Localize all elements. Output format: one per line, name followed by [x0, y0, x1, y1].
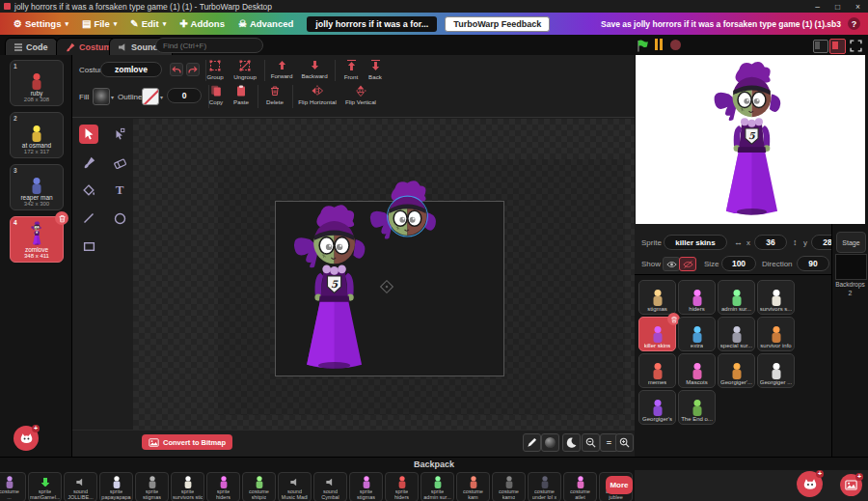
menu-settings[interactable]: ⚙ Settings ▾ — [14, 18, 68, 29]
project-name-box[interactable]: jolly horrors if it was a for... — [307, 16, 437, 32]
direction-input[interactable] — [797, 256, 829, 271]
sprite-tile[interactable]: killer skins — [638, 317, 676, 351]
circle-tool[interactable] — [110, 209, 129, 228]
large-stage-button[interactable] — [829, 39, 846, 54]
size-input[interactable] — [721, 256, 756, 271]
menu-edit[interactable]: ✎ Edit ▾ — [130, 18, 166, 29]
pen-mode-button[interactable] — [523, 433, 541, 452]
fill-tool[interactable] — [79, 181, 98, 200]
backpack-more-button[interactable]: More — [606, 476, 633, 494]
rectangle-tool[interactable] — [79, 237, 98, 256]
fullscreen-icon[interactable] — [850, 39, 862, 51]
costume-item-at-osmand[interactable]: 2 at osmand 172 x 317 — [10, 112, 64, 158]
backpack-item[interactable]: sprite papayapapa — [99, 472, 133, 501]
backpack-item[interactable]: costume atlet — [563, 472, 597, 501]
sprite-tile[interactable]: The End o... — [678, 390, 716, 425]
backpack-item[interactable]: sprite mariGamel... — [28, 472, 62, 501]
menu-advanced[interactable]: ☠ Advanced — [238, 18, 293, 29]
sprite-tile[interactable]: admin sur... — [718, 280, 755, 315]
stage-sprite-witch[interactable] — [706, 60, 795, 224]
backpack-item[interactable]: sound Music Madl — [278, 472, 312, 501]
outline-swatch[interactable]: ▾ — [142, 88, 163, 105]
sprite-tile[interactable]: survivors s... — [757, 280, 795, 315]
paint-canvas[interactable] — [133, 119, 635, 430]
delete-costume-button[interactable] — [55, 211, 68, 225]
sprite-tile[interactable]: stigmas — [638, 280, 676, 315]
minimize-button[interactable]: – — [815, 2, 820, 12]
save-link[interactable]: Save as jolly horrors if it was a forsak… — [601, 19, 841, 29]
find-input[interactable] — [155, 38, 263, 53]
sprite-tile[interactable]: memes — [638, 353, 676, 388]
backpack-header[interactable]: Backpack — [0, 457, 868, 470]
backpack-item[interactable]: sound JOLLIBE... — [64, 472, 97, 501]
menu-addons[interactable]: ✚ Addons — [179, 18, 225, 29]
costume-item-zomlove[interactable]: 4 zomlove 348 x 411 — [10, 216, 64, 263]
backpack-item[interactable]: sprite hiders — [385, 472, 419, 501]
stage-preview[interactable] — [636, 55, 865, 224]
reshape-tool[interactable] — [110, 125, 129, 144]
show-visible-button[interactable] — [663, 257, 680, 271]
costume-item-reaper-man[interactable]: 3 reaper man 342 x 300 — [10, 164, 64, 210]
convert-to-bitmap-button[interactable]: Convert to Bitmap — [142, 434, 232, 450]
stage-button[interactable]: Stage — [836, 232, 866, 253]
onion-skin-button[interactable] — [562, 433, 581, 452]
costume-name-input[interactable] — [100, 62, 162, 77]
add-sprite-button[interactable]: + — [797, 471, 823, 497]
backpack-item[interactable]: sprite survivors stic — [171, 472, 204, 501]
flip-horizontal-button[interactable]: Flip Horizontal — [295, 85, 339, 105]
undo-button[interactable] — [170, 63, 183, 76]
backpack-item[interactable]: costume kamo — [492, 472, 526, 501]
flip-vertical-button[interactable]: Flip Vertical — [341, 85, 380, 105]
pause-button[interactable] — [655, 39, 665, 50]
add-extension-button[interactable]: + — [14, 426, 39, 451]
front-button[interactable]: Front — [339, 60, 363, 80]
copy-button[interactable]: Copy — [204, 85, 228, 105]
brush-tool[interactable] — [79, 153, 98, 172]
sprite-tile[interactable]: special sur... — [718, 317, 755, 351]
line-tool[interactable] — [79, 209, 98, 228]
backpack-item[interactable]: sprite stigmas — [135, 472, 169, 501]
sprite-name-input[interactable] — [664, 235, 727, 250]
sprite-tile[interactable]: extra — [678, 317, 716, 351]
costume-item-ruby[interactable]: 1 ruby 208 x 308 — [10, 60, 64, 106]
group-button[interactable]: Group — [203, 60, 228, 80]
backpack-item[interactable]: sprite stigmas — [349, 472, 383, 501]
small-stage-button[interactable] — [813, 40, 828, 53]
menu-file[interactable]: ▤ File ▾ — [82, 18, 117, 29]
zoom-in-button[interactable] — [615, 433, 634, 452]
backpack-item[interactable]: sprite admin sur... — [420, 472, 454, 501]
select-tool[interactable] — [79, 125, 98, 144]
outline-width-input[interactable] — [167, 88, 202, 103]
sprite-tile[interactable]: Georgiger'... — [718, 353, 755, 388]
delete-button[interactable]: Delete — [261, 85, 288, 105]
redo-button[interactable] — [186, 63, 200, 76]
feedback-button[interactable]: TurboWarp Feedback — [445, 16, 550, 32]
maximize-button[interactable]: □ — [835, 2, 840, 12]
backpack-item[interactable]: sound Cymbal — [313, 472, 347, 501]
help-button[interactable]: ? — [848, 17, 860, 30]
backpack-item[interactable]: sprite hiders — [206, 472, 240, 501]
close-button[interactable]: × — [855, 2, 860, 12]
green-flag-button[interactable] — [637, 39, 649, 51]
sphere-mode-button[interactable] — [541, 433, 559, 452]
zombie-witch-head-selected[interactable] — [364, 179, 448, 257]
sprite-tile[interactable]: Georgiger ... — [757, 353, 795, 388]
fill-swatch[interactable]: ▾ — [93, 88, 114, 105]
stop-button[interactable] — [670, 40, 681, 50]
backward-button[interactable]: Backward — [298, 60, 331, 79]
tab-code[interactable]: Code — [5, 38, 58, 56]
sprite-tile[interactable]: survivor info — [757, 317, 795, 351]
sprite-tile[interactable]: Mascots — [678, 353, 716, 388]
eraser-tool[interactable] — [110, 153, 129, 172]
x-input[interactable] — [754, 235, 787, 250]
backpack-item[interactable]: costume ... — [0, 472, 26, 501]
add-backdrop-button[interactable]: + — [840, 474, 862, 496]
show-hidden-button[interactable] — [679, 257, 696, 271]
sprite-tile[interactable]: hiders — [678, 280, 716, 315]
text-tool[interactable]: T — [110, 181, 129, 200]
backdrop-thumbnail[interactable] — [835, 254, 867, 280]
paste-button[interactable]: Paste — [230, 85, 253, 105]
forward-button[interactable]: Forward — [267, 60, 296, 79]
ungroup-button[interactable]: Ungroup — [230, 60, 260, 80]
backpack-item[interactable]: costume kam — [456, 472, 490, 501]
